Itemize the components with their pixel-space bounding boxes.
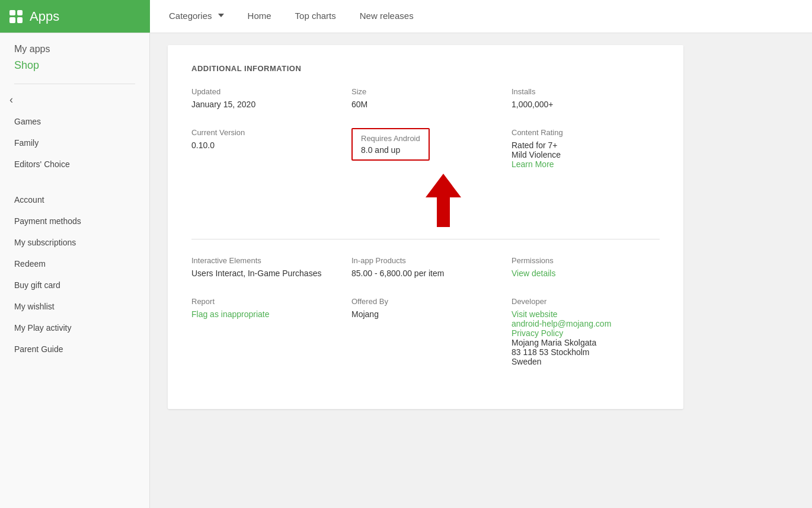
offered-by-label: Offered By: [351, 297, 500, 306]
sidebar-my-apps[interactable]: My apps: [0, 33, 149, 57]
address-line1: Mojang Maria Skolgata: [512, 338, 660, 347]
sidebar-back-button[interactable]: ‹: [0, 89, 149, 111]
chevron-down-icon: [218, 14, 224, 17]
brand-title: Apps: [30, 9, 59, 24]
updated-value: January 15, 2020: [191, 100, 340, 109]
grid-icon: [9, 10, 23, 23]
report-label: Report: [191, 297, 340, 306]
privacy-policy-link[interactable]: Privacy Policy: [512, 328, 660, 338]
permissions-cell: Permissions View details: [512, 256, 660, 278]
sidebar-item-my-wishlist[interactable]: My wishlist: [0, 296, 149, 317]
info-grid-row4: Report Flag as inappropriate Offered By …: [191, 297, 660, 366]
flag-link[interactable]: Flag as inappropriate: [191, 309, 340, 319]
content-rating-sub: Mild Violence: [512, 150, 660, 159]
sidebar-item-games[interactable]: Games: [0, 111, 149, 132]
arrow-row: [191, 174, 660, 227]
interactive-elements-cell: Interactive Elements Users Interact, In-…: [191, 256, 340, 278]
installs-label: Installs: [512, 87, 660, 96]
red-arrow: [426, 174, 461, 227]
sidebar-item-my-play-activity[interactable]: My Play activity: [0, 317, 149, 338]
in-app-products-cell: In-app Products 85.00 - 6,800.00 per ite…: [351, 256, 500, 278]
divider-line: [191, 239, 660, 239]
header-nav: Categories Home Top charts New releases: [150, 0, 433, 33]
size-label: Size: [351, 87, 500, 96]
info-grid-row2: Current Version 0.10.0 Requires Android …: [191, 128, 660, 169]
view-details-link[interactable]: View details: [512, 269, 660, 278]
brand-logo[interactable]: Apps: [0, 0, 150, 33]
red-arrow-container: [347, 174, 503, 227]
report-cell: Report Flag as inappropriate: [191, 297, 340, 366]
in-app-products-value: 85.00 - 6,800.00 per item: [351, 269, 500, 278]
categories-label: Categories: [169, 11, 212, 21]
installs-value: 1,000,000+: [512, 100, 660, 109]
requires-android-box: Requires Android 8.0 and up: [351, 128, 430, 161]
updated-cell: Updated January 15, 2020: [191, 87, 340, 109]
content-rating-value: Rated for 7+: [512, 140, 660, 150]
sidebar-item-payment-methods[interactable]: Payment methods: [0, 210, 149, 232]
developer-label: Developer: [512, 297, 660, 306]
nav-home[interactable]: Home: [238, 0, 281, 33]
content-rating-cell: Content Rating Rated for 7+ Mild Violenc…: [512, 128, 660, 169]
arrow-head-icon: [426, 174, 461, 197]
installs-cell: Installs 1,000,000+: [512, 87, 660, 109]
info-grid-row1: Updated January 15, 2020 Size 60M Instal…: [191, 87, 660, 109]
requires-android-label: Requires Android: [361, 134, 420, 143]
content-card: ADDITIONAL INFORMATION Updated January 1…: [168, 45, 683, 409]
arrow-shaft: [437, 197, 450, 227]
address-line3: Sweden: [512, 357, 660, 366]
info-grid-row3: Interactive Elements Users Interact, In-…: [191, 256, 660, 278]
sidebar-item-redeem[interactable]: Redeem: [0, 253, 149, 274]
sidebar-item-parent-guide[interactable]: Parent Guide: [0, 338, 149, 360]
learn-more-link[interactable]: Learn More: [512, 159, 660, 169]
address-line2: 83 118 53 Stockholm: [512, 347, 660, 357]
sidebar-item-buy-gift-card[interactable]: Buy gift card: [0, 274, 149, 296]
email-link[interactable]: android-help@mojang.com: [512, 319, 660, 328]
requires-android-value: 8.0 and up: [361, 145, 420, 155]
sidebar-item-my-subscriptions[interactable]: My subscriptions: [0, 232, 149, 253]
current-version-value: 0.10.0: [191, 140, 340, 150]
interactive-elements-value: Users Interact, In-Game Purchases: [191, 269, 340, 278]
interactive-elements-label: Interactive Elements: [191, 256, 340, 265]
requires-android-cell: Requires Android 8.0 and up: [351, 128, 500, 169]
in-app-products-label: In-app Products: [351, 256, 500, 265]
size-value: 60M: [351, 100, 500, 109]
developer-cell: Developer Visit website android-help@moj…: [512, 297, 660, 366]
sidebar: My apps Shop ‹ Games Family Editors' Cho…: [0, 33, 150, 508]
offered-by-cell: Offered By Mojang: [351, 297, 500, 366]
nav-new-releases[interactable]: New releases: [350, 0, 423, 33]
sidebar-item-editors-choice[interactable]: Editors' Choice: [0, 154, 149, 175]
current-version-label: Current Version: [191, 128, 340, 137]
size-cell: Size 60M: [351, 87, 500, 109]
sidebar-shop[interactable]: Shop: [0, 57, 149, 79]
sidebar-divider: [14, 84, 135, 84]
sidebar-item-family[interactable]: Family: [0, 132, 149, 154]
nav-categories[interactable]: Categories: [159, 0, 234, 33]
section-title: ADDITIONAL INFORMATION: [191, 64, 660, 73]
updated-label: Updated: [191, 87, 340, 96]
permissions-label: Permissions: [512, 256, 660, 265]
header: Apps Categories Home Top charts New rele…: [0, 0, 812, 33]
visit-website-link[interactable]: Visit website: [512, 309, 660, 319]
current-version-cell: Current Version 0.10.0: [191, 128, 340, 169]
nav-top-charts[interactable]: Top charts: [286, 0, 346, 33]
offered-by-value: Mojang: [351, 309, 500, 319]
body: My apps Shop ‹ Games Family Editors' Cho…: [0, 33, 812, 508]
main-content: ADDITIONAL INFORMATION Updated January 1…: [150, 33, 812, 508]
back-arrow-icon: ‹: [9, 94, 13, 106]
sidebar-item-account[interactable]: Account: [0, 189, 149, 210]
content-rating-label: Content Rating: [512, 128, 660, 137]
